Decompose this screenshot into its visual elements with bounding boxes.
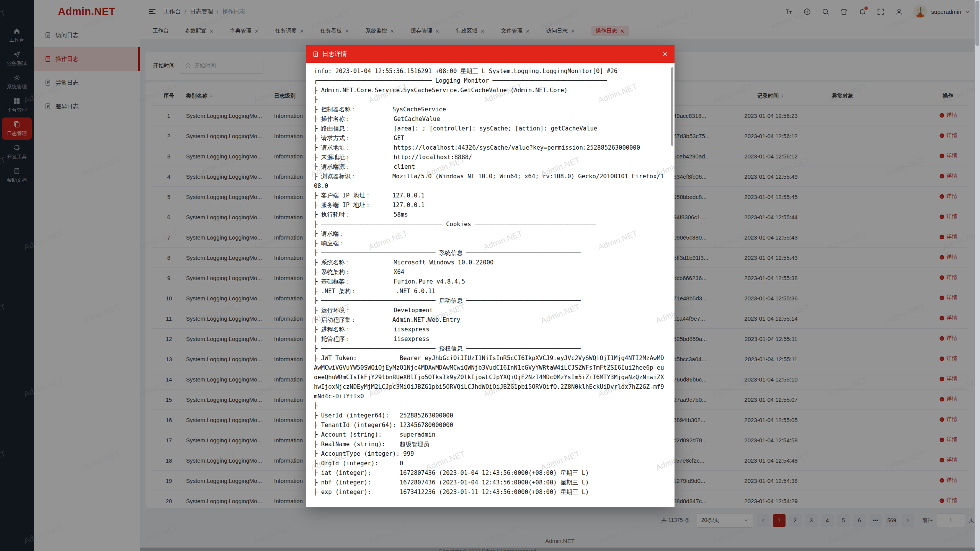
close-icon[interactable] — [662, 51, 668, 57]
scrollbar-thumb[interactable] — [975, 1, 979, 46]
admin-net-app: 工作台 业务测试 系统管理 平台管理 日志管理 开发工具 帮助文档 Admin.… — [0, 0, 980, 551]
dialog-title: 日志详情 — [322, 50, 347, 58]
browser-scrollbar[interactable] — [975, 0, 980, 551]
dialog-body: info: 2023-01-04 12:55:36.1516291 +08:00… — [306, 63, 675, 507]
document-icon — [312, 51, 319, 57]
dialog-scrollbar-thumb[interactable] — [671, 67, 673, 146]
log-text: info: 2023-01-04 12:55:36.1516291 +08:00… — [314, 67, 667, 497]
log-detail-dialog: 日志详情 info: 2023-01-04 12:55:36.1516291 +… — [306, 45, 675, 507]
dialog-header: 日志详情 — [306, 45, 675, 63]
